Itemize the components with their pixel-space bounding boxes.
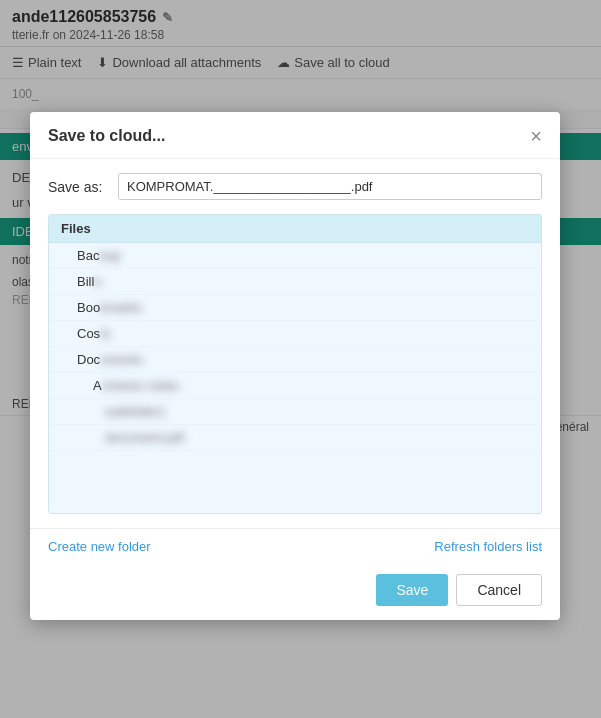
modal-title: Save to cloud... xyxy=(48,127,165,145)
tree-item-bac[interactable]: Backup xyxy=(49,243,541,269)
files-header: Files xyxy=(49,215,541,243)
save-to-cloud-modal: Save to cloud... × Save as: Files Backup… xyxy=(30,112,560,620)
create-new-folder-button[interactable]: Create new folder xyxy=(48,539,151,554)
tree-item-bill[interactable]: Bille xyxy=(49,269,541,295)
modal-close-button[interactable]: × xyxy=(530,126,542,146)
tree-item-cos[interactable]: Costs xyxy=(49,321,541,347)
filename-input[interactable] xyxy=(118,173,542,200)
tree-item-sub2[interactable]: document.pdf xyxy=(49,425,541,451)
save-as-row: Save as: xyxy=(48,173,542,200)
modal-footer: Save Cancel xyxy=(30,564,560,620)
save-button[interactable]: Save xyxy=(376,574,448,606)
refresh-folders-button[interactable]: Refresh folders list xyxy=(434,539,542,554)
cancel-button[interactable]: Cancel xyxy=(456,574,542,606)
tree-item-boo[interactable]: Bookmarks xyxy=(49,295,541,321)
tree-item-a[interactable]: Annexes notes xyxy=(49,373,541,399)
modal-header: Save to cloud... × xyxy=(30,112,560,159)
tree-footer: Create new folder Refresh folders list xyxy=(30,528,560,564)
save-as-label: Save as: xyxy=(48,179,108,195)
file-tree: Files Backup Bille Bookmarks Costs Docum… xyxy=(48,214,542,514)
modal-body: Save as: Files Backup Bille Bookmarks Co… xyxy=(30,159,560,528)
tree-item-sub1[interactable]: subfolder1 xyxy=(49,399,541,425)
tree-item-doc[interactable]: Documents xyxy=(49,347,541,373)
